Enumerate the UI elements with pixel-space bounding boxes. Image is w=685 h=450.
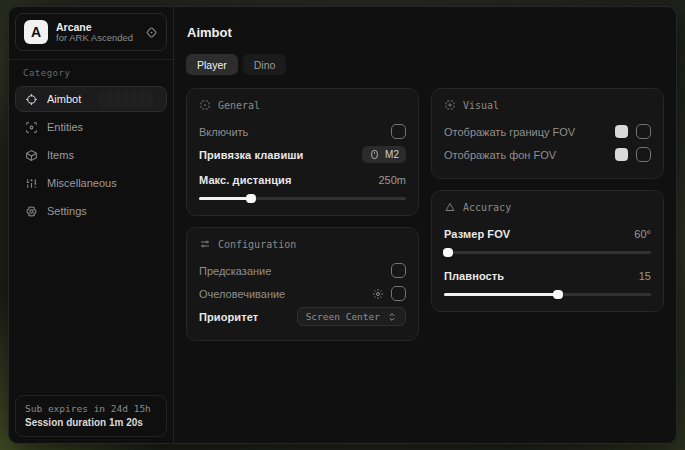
fov-border-color-swatch[interactable]	[615, 125, 628, 138]
humanize-gear-icon[interactable]	[372, 288, 384, 300]
keybind-button[interactable]: M2	[362, 146, 406, 163]
prediction-checkbox[interactable]	[391, 263, 406, 278]
fov-background-label: Отображать фон FOV	[444, 149, 556, 161]
sidebar-nav: Aimbot Entities Items	[15, 86, 167, 224]
sidebar-divider	[9, 59, 173, 60]
fov-border-label: Отображать границу FOV	[444, 126, 575, 138]
visual-icon	[444, 99, 456, 111]
card-visual: Visual Отображать границу FOV Отображать…	[431, 88, 664, 179]
accuracy-icon	[444, 201, 456, 213]
sidebar: A Arcane for ARK Ascended Category Aim	[9, 7, 174, 443]
fov-size-value: 60°	[634, 228, 651, 240]
brand-header: A Arcane for ARK Ascended	[15, 13, 167, 51]
slider-thumb[interactable]	[246, 194, 256, 203]
sidebar-item-entities[interactable]: Entities	[15, 114, 167, 140]
card-title: Visual	[463, 100, 499, 111]
sidebar-item-aimbot[interactable]: Aimbot	[15, 86, 167, 112]
priority-label: Приоритет	[199, 311, 258, 323]
card-accuracy: Accuracy Размер FOV 60° Плавность 15	[431, 190, 664, 312]
configuration-icon	[199, 238, 211, 250]
humanize-label: Очеловечивание	[199, 288, 285, 300]
package-icon	[25, 149, 38, 162]
app-window: A Arcane for ARK Ascended Category Aim	[8, 6, 677, 444]
category-label: Category	[15, 66, 167, 86]
smoothness-label: Плавность	[444, 270, 504, 282]
fov-size-slider[interactable]	[444, 248, 651, 257]
smoothness-slider[interactable]	[444, 290, 651, 299]
crosshair-icon	[25, 93, 38, 106]
enable-label: Включить	[199, 126, 248, 138]
sub-expires-text: Sub expires in 24d 15h	[25, 403, 157, 414]
tab-dino[interactable]: Dino	[243, 54, 287, 75]
general-icon	[199, 99, 211, 111]
fov-background-checkbox[interactable]	[636, 147, 651, 162]
brand-name: Arcane	[56, 21, 137, 33]
main-panel: Aimbot Player Dino General	[174, 7, 676, 443]
app-logo: A	[24, 20, 48, 44]
gear-icon	[25, 205, 38, 218]
brand-subtitle: for ARK Ascended	[56, 33, 137, 44]
fov-background-color-swatch[interactable]	[615, 148, 628, 161]
mouse-icon	[369, 149, 380, 160]
sidebar-item-label: Aimbot	[47, 93, 81, 105]
card-general: General Включить Привязка клавиши	[186, 88, 419, 216]
fov-border-checkbox[interactable]	[636, 124, 651, 139]
sliders-icon	[25, 177, 38, 190]
session-footer: Sub expires in 24d 15h Session duration …	[15, 395, 167, 437]
page-title: Aimbot	[187, 25, 664, 40]
distance-slider[interactable]	[199, 194, 406, 203]
card-title: Configuration	[218, 239, 296, 250]
fov-size-label: Размер FOV	[444, 228, 510, 240]
enable-checkbox[interactable]	[391, 124, 406, 139]
keybind-value: M2	[385, 149, 399, 160]
sidebar-item-label: Miscellaneous	[47, 177, 117, 189]
card-title: Accuracy	[463, 202, 511, 213]
focus-icon[interactable]	[145, 26, 158, 39]
sidebar-item-miscellaneous[interactable]: Miscellaneous	[15, 170, 167, 196]
distance-value: 250m	[378, 174, 406, 186]
watermark	[100, 91, 156, 108]
slider-thumb[interactable]	[553, 290, 563, 299]
tab-player[interactable]: Player	[186, 54, 238, 75]
keybind-label: Привязка клавиши	[199, 149, 303, 161]
session-duration-text: Session duration 1m 20s	[25, 417, 157, 428]
distance-label: Макс. дистанция	[199, 174, 291, 186]
priority-dropdown[interactable]: Screen Center	[297, 307, 406, 326]
chevrons-up-down-icon	[387, 312, 397, 322]
sidebar-item-label: Entities	[47, 121, 83, 133]
sidebar-item-items[interactable]: Items	[15, 142, 167, 168]
slider-thumb[interactable]	[443, 248, 453, 257]
scan-icon	[25, 121, 38, 134]
card-title: General	[218, 100, 260, 111]
sidebar-item-settings[interactable]: Settings	[15, 198, 167, 224]
smoothness-value: 15	[639, 270, 651, 282]
sidebar-item-label: Items	[47, 149, 74, 161]
prediction-label: Предсказание	[199, 265, 271, 277]
humanize-checkbox[interactable]	[391, 286, 406, 301]
sidebar-item-label: Settings	[47, 205, 87, 217]
tab-bar: Player Dino	[186, 54, 664, 75]
card-configuration: Configuration Предсказание Очеловечивани…	[186, 227, 419, 341]
priority-value: Screen Center	[306, 311, 380, 322]
